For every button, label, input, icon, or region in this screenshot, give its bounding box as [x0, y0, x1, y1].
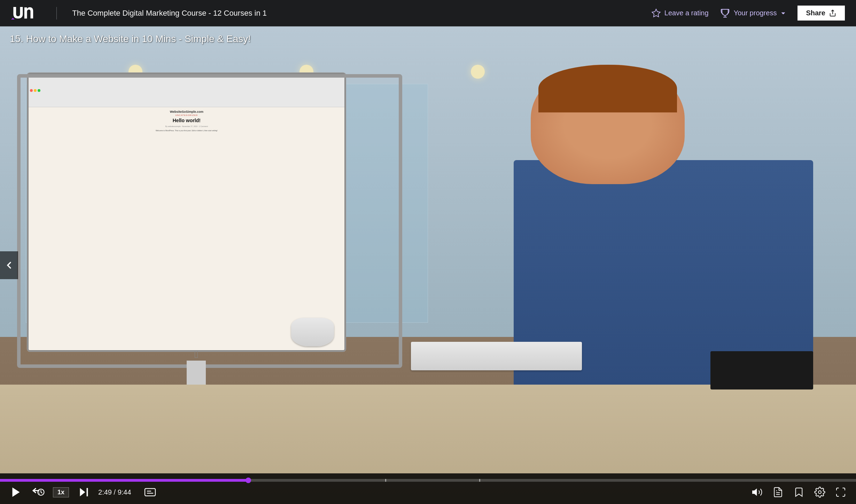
bookmark-icon: [793, 487, 804, 498]
settings-icon: [814, 487, 825, 498]
star-icon: [651, 8, 661, 18]
play-icon: [10, 486, 22, 498]
instructor-hair: [538, 65, 677, 112]
captions-icon: [144, 486, 156, 498]
play-button[interactable]: [8, 485, 24, 500]
chevron-down-icon: [780, 10, 786, 16]
time-display: 2:49 / 9:44: [98, 488, 131, 496]
forward-icon: [77, 486, 90, 498]
controls-row: 5 1x 2:49 / 9:44: [0, 485, 856, 504]
share-button[interactable]: Share: [797, 6, 845, 21]
share-icon: [829, 9, 836, 17]
course-title: The Complete Digital Marketing Course - …: [72, 9, 643, 18]
progress-bar[interactable]: [0, 479, 856, 482]
captions-button[interactable]: [142, 485, 158, 500]
svg-point-12: [818, 491, 821, 494]
trophy-icon: [720, 8, 730, 18]
svg-marker-4: [80, 488, 85, 496]
rewind-icon: 5: [32, 486, 45, 498]
video-player-container: WebsiteSoSimple.com UNCATEGORIZED Hello …: [0, 26, 856, 504]
video-controls: 5 1x 2:49 / 9:44: [0, 473, 856, 504]
udemy-logo[interactable]: [11, 7, 41, 19]
chevron-left-icon: [3, 260, 15, 271]
prev-lesson-button[interactable]: [0, 251, 18, 279]
monitor: WebsiteSoSimple.com UNCATEGORIZED Hello …: [17, 74, 402, 432]
svg-marker-1: [13, 488, 20, 497]
instructor-head: [531, 65, 685, 184]
nav-divider: [56, 7, 57, 19]
leave-rating-button[interactable]: Leave a rating: [651, 8, 709, 18]
right-controls: [750, 485, 848, 499]
transcript-button[interactable]: [771, 485, 785, 499]
top-navigation: The Complete Digital Marketing Course - …: [0, 0, 856, 26]
volume-button[interactable]: [750, 485, 764, 499]
ceiling-light-3: [471, 65, 485, 79]
chapter-marker-2: [479, 479, 480, 482]
apple-logo: : [194, 348, 199, 361]
transcript-icon: [772, 487, 784, 498]
leave-rating-label: Leave a rating: [664, 9, 709, 17]
rewind-button[interactable]: 5: [31, 485, 46, 500]
speed-label: 1x: [57, 489, 64, 496]
settings-button[interactable]: [813, 485, 827, 499]
monitor-bezel: [17, 74, 402, 368]
nav-right-actions: Leave a rating Your progress Share: [651, 6, 845, 21]
volume-icon: [752, 487, 763, 498]
mouse: [291, 318, 334, 346]
fullscreen-icon: [835, 487, 846, 498]
svg-marker-9: [753, 489, 757, 496]
share-label: Share: [806, 9, 825, 17]
chapter-marker-1: [385, 479, 386, 482]
forward-button[interactable]: [76, 485, 91, 500]
progress-fill: [0, 479, 248, 482]
keyboard: [411, 342, 582, 370]
lesson-title-text: 15. How to Make a Website in 10 Mins - S…: [10, 33, 251, 44]
fullscreen-button[interactable]: [834, 485, 848, 499]
progress-handle[interactable]: [246, 478, 251, 483]
speed-control[interactable]: 1x: [53, 487, 69, 497]
your-progress-button[interactable]: Your progress: [720, 8, 787, 18]
lesson-title-overlay: 15. How to Make a Website in 10 Mins - S…: [10, 33, 251, 45]
bookmark-button[interactable]: [792, 485, 806, 499]
video-scene: WebsiteSoSimple.com UNCATEGORIZED Hello …: [0, 26, 856, 504]
svg-rect-6: [145, 489, 155, 496]
notebook: [710, 351, 813, 389]
your-progress-label: Your progress: [734, 9, 777, 17]
svg-marker-0: [652, 9, 660, 17]
